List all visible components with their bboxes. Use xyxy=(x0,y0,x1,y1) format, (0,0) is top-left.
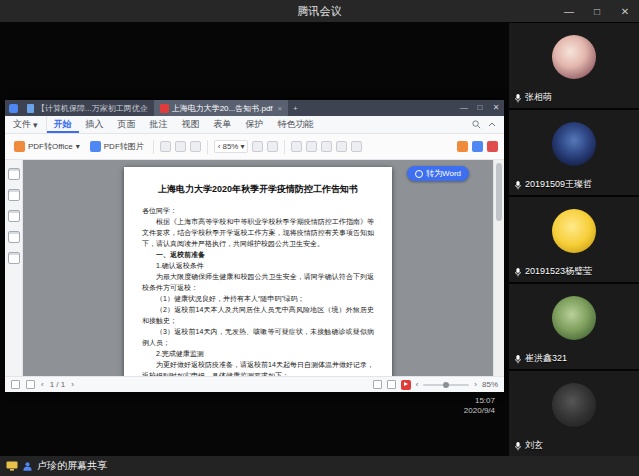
ribbon-tab-protect[interactable]: 保护 xyxy=(239,116,271,133)
collapse-ribbon-icon[interactable] xyxy=(488,121,496,129)
participant-name: 张相萌 xyxy=(525,91,552,104)
eraser-icon[interactable] xyxy=(351,141,362,152)
zoom-control[interactable]: ‹ 85% ▾ xyxy=(214,140,249,153)
comment-panel-icon[interactable] xyxy=(8,231,20,243)
doc-salutation: 各位同学： xyxy=(142,205,374,216)
maximize-button[interactable]: □ xyxy=(583,0,611,22)
toolbar-divider xyxy=(284,140,285,154)
continuous-view-icon[interactable] xyxy=(387,380,396,389)
zoom-out-button[interactable]: ‹ xyxy=(416,380,419,389)
file-menu-label: 文件 xyxy=(13,118,31,131)
outline-panel-icon[interactable] xyxy=(8,210,20,222)
status-right-group: ‹ › 85% xyxy=(373,380,498,390)
pdf-minimize-button[interactable]: — xyxy=(456,100,472,116)
fit-page-icon[interactable] xyxy=(252,141,263,152)
ribbon-tab-comment[interactable]: 批注 xyxy=(143,116,175,133)
participant-footer: 崔洪鑫321 xyxy=(514,352,567,365)
next-page-button[interactable]: › xyxy=(71,380,74,389)
tab-close-icon[interactable]: × xyxy=(276,104,283,113)
zoom-out-icon[interactable]: ‹ xyxy=(218,142,221,151)
member-icon[interactable] xyxy=(457,141,468,152)
vertical-scrollbar[interactable] xyxy=(493,160,504,376)
zoom-slider[interactable] xyxy=(423,384,469,386)
minimize-button[interactable]: — xyxy=(555,0,583,22)
single-page-icon[interactable] xyxy=(267,141,278,152)
pdf-reader-window: 【计算机保障...万家初工两优企 上海电力大学20...告知书.pdf × + … xyxy=(5,100,504,392)
microphone-icon xyxy=(514,354,522,364)
add-text-icon[interactable] xyxy=(306,141,317,152)
participant-tile[interactable]: 刘玄 xyxy=(509,371,639,456)
attachment-panel-icon[interactable] xyxy=(8,252,20,264)
zoom-percentage: 85% xyxy=(482,380,498,389)
pdf-body: 上海电力大学2020年秋季开学疫情防控工作告知书 各位同学： 根据《上海市高等学… xyxy=(5,160,504,376)
zoom-in-button[interactable]: › xyxy=(474,380,477,389)
hand-tool-icon[interactable] xyxy=(175,141,186,152)
doc-list-item: （1）健康状况良好，并持有本人“随申码”绿码； xyxy=(142,293,374,304)
document-canvas[interactable]: 上海电力大学2020年秋季开学疫情防控工作告知书 各位同学： 根据《上海市高等学… xyxy=(23,160,493,376)
chevron-down-icon: ▾ xyxy=(33,120,38,130)
single-page-view-icon[interactable] xyxy=(373,380,382,389)
zoom-slider-knob[interactable] xyxy=(443,382,449,388)
participant-footer: 20191523杨璧莹 xyxy=(514,265,592,278)
participant-tile[interactable]: 崔洪鑫321 xyxy=(509,284,639,369)
pdf-window-controls: — □ ✕ xyxy=(456,100,504,116)
page-layout-icon[interactable] xyxy=(26,380,35,389)
pdf-to-image-button[interactable]: PDF转图片 xyxy=(87,139,147,154)
ribbon-tab-home[interactable]: 开始 xyxy=(47,116,79,133)
ribbon-tab-page[interactable]: 页面 xyxy=(111,116,143,133)
file-tab-label: 【计算机保障...万家初工两优企 xyxy=(37,103,148,114)
record-icon[interactable] xyxy=(487,141,498,152)
participant-tile[interactable]: 张相萌 xyxy=(509,23,639,108)
pdf-maximize-button[interactable]: □ xyxy=(472,100,488,116)
doc-paragraph: 为更好做好返校防疫准备，请返校前14天起每日自测体温并做好记录，返校报到时如实申… xyxy=(142,359,374,376)
doc-file-icon xyxy=(27,104,34,113)
prev-page-button[interactable]: ‹ xyxy=(41,380,44,389)
desktop-clock: 15:07 2020/9/4 xyxy=(464,396,495,416)
edit-text-icon[interactable] xyxy=(291,141,302,152)
tencent-meeting-window: 腾讯会议 — □ ✕ 【计算机保障...万家初工两优企 上海电力大学20...告… xyxy=(0,0,639,476)
pdf-page: 上海电力大学2020年秋季开学疫情防控工作告知书 各位同学： 根据《上海市高等学… xyxy=(124,167,392,376)
scrollbar-thumb[interactable] xyxy=(496,163,502,221)
pdf-file-icon xyxy=(160,104,169,113)
print-icon[interactable] xyxy=(160,141,171,152)
avatar xyxy=(552,35,596,79)
file-tab-label: 上海电力大学20...告知书.pdf xyxy=(172,103,273,114)
background-icon[interactable] xyxy=(11,380,20,389)
insert-image-icon[interactable] xyxy=(321,141,332,152)
pdf-to-image-label: PDF转图片 xyxy=(104,141,144,152)
pdf-to-office-button[interactable]: PDF转Office ▾ xyxy=(11,139,83,154)
play-presentation-icon[interactable] xyxy=(401,380,411,390)
chevron-down-icon[interactable]: ▾ xyxy=(240,142,244,151)
select-tool-icon[interactable] xyxy=(190,141,201,152)
new-tab-button[interactable]: + xyxy=(288,100,302,116)
ribbon-tab-special[interactable]: 特色功能 xyxy=(271,116,321,133)
clock-date: 2020/9/4 xyxy=(464,406,495,416)
doc-list-item: （2）返校前14天本人及共同居住人员无中高风险地区（境）外旅居史和接触史； xyxy=(142,304,374,326)
participant-tile[interactable]: 20191523杨璧莹 xyxy=(509,197,639,282)
ribbon-tab-form[interactable]: 表单 xyxy=(207,116,239,133)
bookmark-panel-icon[interactable] xyxy=(8,189,20,201)
chevron-down-icon: ▾ xyxy=(76,142,80,151)
highlight-icon[interactable] xyxy=(336,141,347,152)
microphone-icon xyxy=(514,267,522,277)
participant-footer: 张相萌 xyxy=(514,91,552,104)
monitor-icon xyxy=(6,460,18,472)
share-banner-bar: 卢珍的屏幕共享 xyxy=(0,456,639,476)
file-tab-doc[interactable]: 【计算机保障...万家初工两优企 xyxy=(21,100,154,116)
pdf-close-button[interactable]: ✕ xyxy=(488,100,504,116)
pdf-to-office-icon xyxy=(14,141,25,152)
left-panel-rail xyxy=(5,160,23,376)
doc-subheading: 1.确认返校条件 xyxy=(142,260,374,271)
search-icon[interactable] xyxy=(472,120,481,129)
convert-to-word-button[interactable]: 转为Word xyxy=(407,166,469,181)
translate-icon[interactable] xyxy=(472,141,483,152)
ribbon-tab-insert[interactable]: 插入 xyxy=(79,116,111,133)
participants-panel: 张相萌 20191509王璨哲 20191523杨璧莹 崔洪鑫321 xyxy=(509,22,639,456)
file-menu-button[interactable]: 文件 ▾ xyxy=(5,116,47,133)
participant-tile[interactable]: 20191509王璨哲 xyxy=(509,110,639,195)
zoom-value: 85% xyxy=(222,142,238,151)
ribbon-tab-view[interactable]: 视图 xyxy=(175,116,207,133)
file-tab-pdf[interactable]: 上海电力大学20...告知书.pdf × xyxy=(154,100,289,116)
close-button[interactable]: ✕ xyxy=(611,0,639,22)
thumbnail-panel-icon[interactable] xyxy=(8,168,20,180)
